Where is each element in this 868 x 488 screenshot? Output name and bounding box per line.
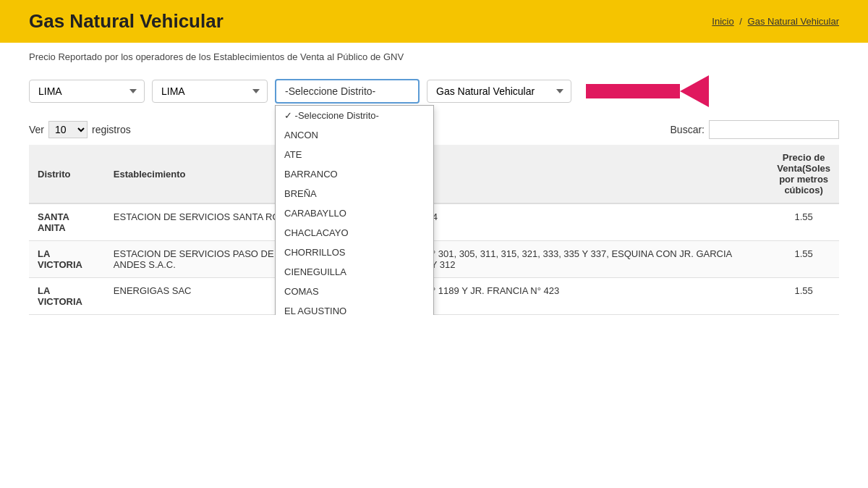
distrito-dropdown-list: ✓ -Seleccione Distrito-ANCONATEBARRANCOB… [275, 105, 434, 315]
col-precio: Precio deVenta(Solespor metroscúbicos) [768, 145, 839, 203]
distrito-select-wrapper: -Seleccione Distrito- ✓ -Seleccione Dist… [275, 79, 420, 104]
cell-precio: 1.55 [768, 203, 839, 241]
breadcrumb-current[interactable]: Gas Natural Vehicular [748, 16, 839, 27]
registros-label: registros [92, 124, 131, 135]
table-row: LA VICTORIA ENERGIGAS SAC AV. MANCO CAPA… [29, 278, 839, 315]
dropdown-item-BARRANCO[interactable]: BARRANCO [276, 164, 433, 184]
table-header-row: Distrito Establecimiento Dirección Preci… [29, 145, 839, 203]
pink-arrow-head [680, 75, 709, 107]
buscar-label: Buscar: [671, 124, 705, 135]
cell-distrito: LA VICTORIA [29, 278, 105, 315]
cell-precio: 1.55 [768, 241, 839, 278]
dropdown-item-CHACLACAYO[interactable]: CHACLACAYO [276, 223, 433, 243]
provincia-select[interactable]: LIMA [152, 80, 268, 103]
table-body: SANTA ANITA ESTACION DE SERVICIOS SANTA … [29, 203, 839, 315]
subtitle: Precio Reportado por los operadores de l… [0, 43, 868, 68]
cell-distrito: SANTA ANITA [29, 203, 105, 241]
table-row: SANTA ANITA ESTACION DE SERVICIOS SANTA … [29, 203, 839, 241]
per-page-select[interactable]: 10 25 50 100 [48, 121, 88, 138]
ver-label: Ver [29, 124, 44, 135]
distrito-select[interactable]: -Seleccione Distrito- [275, 79, 420, 104]
col-distrito: Distrito [29, 145, 105, 203]
arrow-container [586, 75, 709, 107]
pink-arrow-body [586, 84, 680, 98]
cell-distrito: LA VICTORIA [29, 241, 105, 278]
dropdown-item-CARABAYLLO[interactable]: CARABAYLLO [276, 203, 433, 223]
breadcrumb-separator: / [739, 16, 742, 27]
controls-row: Ver 10 25 50 100 registros Buscar: [0, 114, 868, 145]
data-table: Distrito Establecimiento Dirección Preci… [29, 145, 839, 315]
filters-row: LIMA LIMA -Seleccione Distrito- ✓ -Selec… [0, 68, 868, 114]
departamento-select[interactable]: LIMA [29, 80, 145, 103]
buscar-row: Buscar: [671, 120, 839, 139]
breadcrumb-inicio[interactable]: Inicio [712, 16, 733, 27]
dropdown-item-BREÑA[interactable]: BREÑA [276, 184, 433, 203]
tipo-select[interactable]: Gas Natural Vehicular [427, 80, 571, 103]
table-row: LA VICTORIA ESTACION DE SERVICIOS PASO D… [29, 241, 839, 278]
dropdown-item-EL_AGUSTINO[interactable]: EL AGUSTINO [276, 301, 433, 315]
ver-registros-group: Ver 10 25 50 100 registros [29, 121, 131, 138]
table-head: Distrito Establecimiento Dirección Preci… [29, 145, 839, 203]
dropdown-item-CIENEGUILLA[interactable]: CIENEGUILLA [276, 262, 433, 282]
dropdown-item-ATE[interactable]: ATE [276, 145, 433, 164]
search-input[interactable] [709, 120, 839, 139]
page-title: Gas Natural Vehicular [29, 10, 224, 33]
dropdown-item-default[interactable]: ✓ -Seleccione Distrito- [276, 106, 433, 125]
cell-precio: 1.55 [768, 278, 839, 315]
breadcrumb: Inicio / Gas Natural Vehicular [712, 16, 839, 27]
dropdown-item-COMAS[interactable]: COMAS [276, 282, 433, 301]
dropdown-item-ANCON[interactable]: ANCON [276, 125, 433, 145]
header-bar: Gas Natural Vehicular Inicio / Gas Natur… [0, 0, 868, 43]
pink-arrow-group [586, 75, 709, 107]
dropdown-item-CHORRILLOS[interactable]: CHORRILLOS [276, 243, 433, 262]
